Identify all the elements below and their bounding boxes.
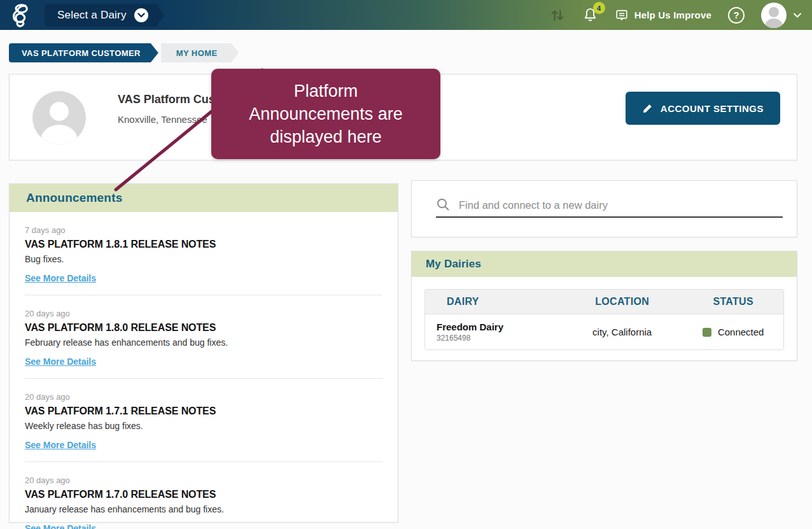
- profile-avatar: [32, 91, 86, 145]
- column-header-location: LOCATION: [561, 296, 683, 307]
- breadcrumb-my-home[interactable]: MY HOME: [161, 43, 239, 62]
- user-avatar[interactable]: [761, 3, 787, 28]
- announcements-header: Announcements: [10, 184, 398, 212]
- announcement-item: 20 days ago VAS PLATFORM 1.7.1 RELEASE N…: [25, 379, 382, 462]
- dairy-search-card: [411, 180, 797, 237]
- announcement-title: VAS PLATFORM 1.7.1 RELEASE NOTES: [25, 406, 382, 417]
- annotation-tooltip: Platform Announcements are displayed her…: [211, 69, 440, 159]
- top-navbar: Select a Dairy 4 Help Us Improve: [0, 0, 812, 30]
- select-dairy-label: Select a Dairy: [57, 9, 127, 22]
- notifications-bell-icon[interactable]: 4: [582, 7, 598, 23]
- breadcrumb: VAS PLATFORM CUSTOMER MY HOME: [9, 43, 239, 62]
- navbar-actions: 4 Help Us Improve ?: [549, 3, 812, 28]
- select-dairy-button[interactable]: Select a Dairy: [45, 4, 156, 27]
- announcement-item: 7 days ago VAS PLATFORM 1.8.1 RELEASE NO…: [25, 212, 382, 295]
- see-more-details-link[interactable]: See More Details: [25, 356, 96, 367]
- announcement-title: VAS PLATFORM 1.8.1 RELEASE NOTES: [25, 239, 382, 250]
- search-input[interactable]: [459, 199, 783, 211]
- account-settings-button[interactable]: ACCOUNT SETTINGS: [626, 92, 780, 125]
- announcement-body: February release has enhancements and bu…: [25, 337, 382, 348]
- account-settings-label: ACCOUNT SETTINGS: [661, 103, 764, 114]
- dairies-table-header-row: DAIRY LOCATION STATUS: [425, 290, 783, 314]
- annotation-line-1: Platform: [294, 80, 358, 102]
- table-row-freedom-dairy[interactable]: Freedom Dairy 32165498 city, California …: [425, 314, 783, 349]
- connected-status-icon: [703, 328, 711, 337]
- see-more-details-link[interactable]: See More Details: [25, 440, 96, 450]
- see-more-details-link[interactable]: See More Details: [25, 523, 96, 529]
- announcements-panel: Announcements 7 days ago VAS PLATFORM 1.…: [9, 183, 398, 523]
- help-question-icon[interactable]: ?: [728, 7, 745, 24]
- announcement-age: 20 days ago: [25, 392, 382, 402]
- breadcrumb-vas-platform-customer[interactable]: VAS PLATFORM CUSTOMER: [9, 43, 158, 62]
- announcement-age: 20 days ago: [25, 309, 382, 318]
- profile-location: Knoxville, Tennessee: [118, 114, 207, 125]
- dairy-location: city, California: [561, 327, 683, 337]
- status-label: Connected: [718, 327, 764, 337]
- announcement-item: 20 days ago VAS PLATFORM 1.8.0 RELEASE N…: [25, 295, 382, 379]
- announcement-age: 20 days ago: [25, 476, 382, 485]
- announcement-body: Weekly release has bug fixes.: [25, 421, 382, 431]
- column-header-dairy: DAIRY: [425, 296, 561, 307]
- dairy-name: Freedom Dairy: [437, 321, 561, 332]
- annotation-line-2: Announcements are: [249, 102, 403, 125]
- feedback-icon: [615, 8, 629, 22]
- help-us-improve-label: Help Us Improve: [634, 10, 711, 20]
- help-us-improve-button[interactable]: Help Us Improve: [615, 8, 711, 22]
- dairy-id: 32165498: [437, 334, 561, 342]
- notification-count-badge: 4: [593, 2, 605, 14]
- my-dairies-panel: My Dairies DAIRY LOCATION STATUS Freedom…: [411, 251, 797, 361]
- column-header-status: STATUS: [683, 296, 783, 307]
- chevron-down-circle-icon: [134, 8, 148, 22]
- announcement-body: Bug fixes.: [25, 254, 382, 264]
- announcement-body: January release has enhancements and bug…: [25, 504, 382, 514]
- sync-arrows-icon[interactable]: [549, 7, 566, 24]
- announcement-title: VAS PLATFORM 1.8.0 RELEASE NOTES: [25, 322, 382, 334]
- account-chevron-down-icon[interactable]: [793, 12, 802, 18]
- dairies-table: DAIRY LOCATION STATUS Freedom Dairy 3216…: [424, 289, 784, 350]
- announcement-item: 20 days ago VAS PLATFORM 1.7.0 RELEASE N…: [25, 462, 382, 529]
- vas-logo-icon: [9, 3, 34, 28]
- search-icon: [436, 197, 450, 211]
- pencil-icon: [642, 103, 653, 114]
- announcement-age: 7 days ago: [25, 225, 382, 235]
- announcement-title: VAS PLATFORM 1.7.0 RELEASE NOTES: [25, 489, 382, 500]
- see-more-details-link[interactable]: See More Details: [25, 273, 96, 283]
- annotation-line-3: displayed here: [270, 125, 382, 148]
- my-dairies-header: My Dairies: [412, 251, 797, 277]
